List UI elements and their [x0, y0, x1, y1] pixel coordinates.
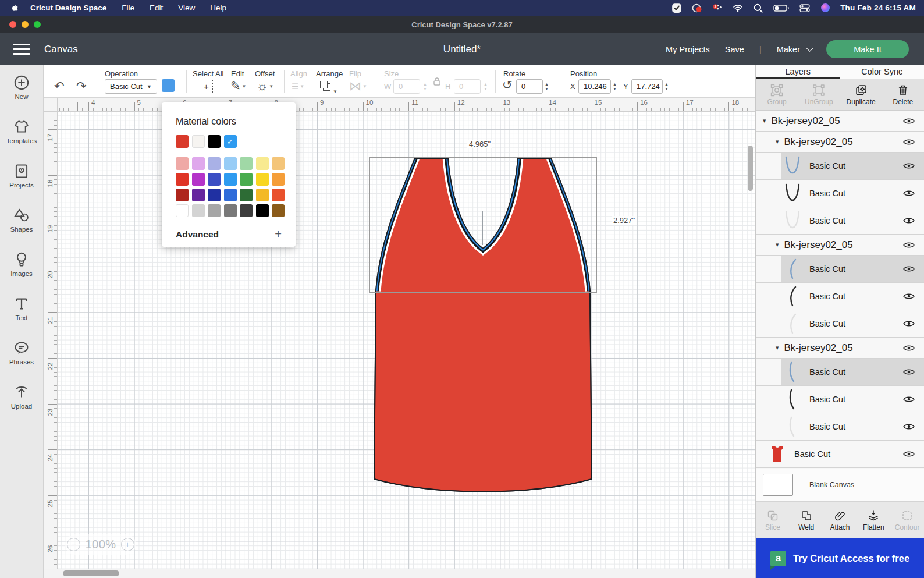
position-x-input[interactable]: 10.246 — [578, 79, 611, 94]
add-color-icon[interactable]: + — [275, 228, 282, 241]
material-color-swatch[interactable] — [176, 135, 189, 148]
tab-layers[interactable]: Layers — [756, 65, 840, 79]
palette-color-swatch[interactable] — [256, 173, 269, 186]
layer-item-row-selected[interactable]: Basic Cut — [756, 153, 924, 180]
layer-item-row[interactable]: Basic Cut — [756, 386, 924, 413]
menubar-item-edit[interactable]: Edit — [150, 3, 163, 12]
palette-color-swatch[interactable] — [224, 173, 237, 186]
machine-selector[interactable]: Maker — [777, 45, 811, 54]
operation-color-swatch[interactable] — [162, 79, 175, 92]
layer-item-row[interactable]: Basic Cut — [756, 180, 924, 207]
layer-visibility-eye-icon[interactable] — [903, 265, 915, 272]
app-notification-status-icon[interactable] — [692, 3, 702, 13]
redo-icon[interactable]: ↷ — [76, 79, 87, 93]
palette-color-swatch[interactable] — [208, 204, 221, 217]
canvas-nav-label[interactable]: Canvas — [44, 44, 78, 55]
palette-color-swatch[interactable] — [240, 173, 253, 186]
zoom-window-button[interactable] — [34, 21, 41, 28]
attach-button[interactable]: Attach — [823, 502, 857, 538]
palette-color-swatch[interactable] — [224, 204, 237, 217]
layer-item-row[interactable]: Basic Cut — [756, 207, 924, 235]
undo-icon[interactable]: ↶ — [54, 79, 65, 93]
arrange-icon[interactable] — [320, 81, 332, 91]
palette-color-swatch[interactable] — [208, 173, 221, 186]
layer-visibility-eye-icon[interactable] — [903, 396, 915, 403]
layer-visibility-eye-icon[interactable] — [903, 451, 915, 458]
weld-button[interactable]: Weld — [790, 502, 823, 538]
layer-visibility-eye-icon[interactable] — [903, 320, 915, 327]
siri-icon[interactable] — [820, 3, 830, 13]
layer-visibility-eye-icon[interactable] — [903, 190, 915, 197]
layer-visibility-eye-icon[interactable] — [903, 423, 915, 430]
layer-visibility-eye-icon[interactable] — [903, 368, 915, 375]
battery-status-icon[interactable] — [773, 3, 790, 13]
sidebar-item-templates[interactable]: Templates — [0, 109, 43, 154]
layer-item-row[interactable]: Basic Cut — [756, 441, 924, 468]
cricut-access-banner[interactable]: a Try Cricut Access for free — [756, 538, 924, 578]
hamburger-menu-icon[interactable] — [13, 41, 30, 58]
collapse-triangle-icon[interactable]: ▾ — [776, 138, 779, 146]
layer-item-row-selected[interactable]: Basic Cut — [756, 256, 924, 283]
tab-color-sync[interactable]: Color Sync — [840, 65, 924, 79]
layer-group-row[interactable]: ▾Bk-jersey02_05 — [756, 235, 924, 256]
palette-color-swatch[interactable] — [272, 157, 285, 170]
sidebar-item-shapes[interactable]: Shapes — [0, 198, 43, 242]
control-center-icon[interactable] — [799, 3, 810, 13]
rotate-input[interactable]: 0 — [516, 79, 543, 94]
offset-sun-icon[interactable]: ☼▼ — [257, 79, 273, 94]
blank-canvas-row[interactable]: Blank Canvas — [756, 469, 924, 502]
collapse-triangle-icon[interactable]: ▾ — [763, 117, 766, 125]
palette-color-swatch[interactable] — [224, 157, 237, 170]
layer-group-row[interactable]: ▾Bk-jersey02_05 — [756, 111, 924, 132]
layer-group-row[interactable]: ▾Bk-jersey02_05 — [756, 132, 924, 153]
layer-visibility-eye-icon[interactable] — [903, 242, 915, 249]
duplicate-button[interactable]: Duplicate — [840, 79, 882, 110]
palette-color-swatch[interactable] — [208, 157, 221, 170]
minimize-window-button[interactable] — [22, 21, 29, 28]
sidebar-item-new[interactable]: New — [0, 65, 43, 109]
operation-select[interactable]: Basic Cut ▼ — [105, 79, 157, 94]
flatten-button[interactable]: Flatten — [857, 502, 890, 538]
menubar-app-name[interactable]: Cricut Design Space — [30, 3, 106, 12]
delete-button[interactable]: Delete — [882, 79, 924, 110]
layer-visibility-eye-icon[interactable] — [903, 139, 915, 146]
palette-color-swatch[interactable] — [192, 173, 205, 186]
material-color-swatch-selected[interactable]: ✓ — [224, 135, 237, 148]
palette-color-swatch[interactable] — [176, 173, 189, 186]
palette-color-swatch[interactable] — [176, 204, 189, 217]
palette-color-swatch[interactable] — [256, 204, 269, 217]
sidebar-item-text[interactable]: Text — [0, 286, 43, 331]
palette-color-swatch[interactable] — [224, 189, 237, 201]
palette-color-swatch[interactable] — [272, 189, 285, 201]
reminders-status-icon[interactable] — [671, 3, 682, 13]
layer-visibility-eye-icon[interactable] — [903, 217, 915, 224]
rotate-icon[interactable]: ↺ — [502, 78, 513, 92]
menubar-item-file[interactable]: File — [122, 3, 134, 12]
canvas-horizontal-scrollbar[interactable] — [63, 570, 119, 576]
wifi-status-icon[interactable] — [733, 3, 743, 13]
layer-item-row[interactable]: Basic Cut — [756, 310, 924, 338]
palette-color-swatch[interactable] — [272, 173, 285, 186]
palette-color-swatch[interactable] — [240, 157, 253, 170]
palette-color-swatch[interactable] — [240, 189, 253, 201]
position-x-stepper[interactable]: ▲▼ — [611, 79, 619, 94]
spotlight-search-icon[interactable] — [753, 3, 763, 13]
palette-color-swatch[interactable] — [208, 189, 221, 201]
menubar-item-help[interactable]: Help — [210, 3, 226, 12]
palette-color-swatch[interactable] — [256, 189, 269, 201]
layer-item-row[interactable]: Basic Cut — [756, 283, 924, 310]
selection-bounding-box[interactable] — [369, 157, 597, 293]
collapse-triangle-icon[interactable]: ▾ — [776, 344, 779, 352]
badge-2-status-icon[interactable]: 2 — [712, 3, 723, 13]
layer-item-row-selected[interactable]: Basic Cut — [756, 359, 924, 386]
layer-visibility-eye-icon[interactable] — [903, 345, 915, 352]
canvas-vertical-scrollbar[interactable] — [748, 146, 753, 191]
save-link[interactable]: Save — [725, 45, 744, 54]
zoom-in-button[interactable]: + — [121, 538, 134, 551]
material-color-swatch[interactable] — [208, 135, 221, 148]
palette-color-swatch[interactable] — [192, 157, 205, 170]
palette-color-swatch[interactable] — [192, 204, 205, 217]
palette-color-swatch[interactable] — [176, 157, 189, 170]
sidebar-item-upload[interactable]: Upload — [0, 375, 43, 419]
my-projects-link[interactable]: My Projects — [666, 45, 710, 54]
